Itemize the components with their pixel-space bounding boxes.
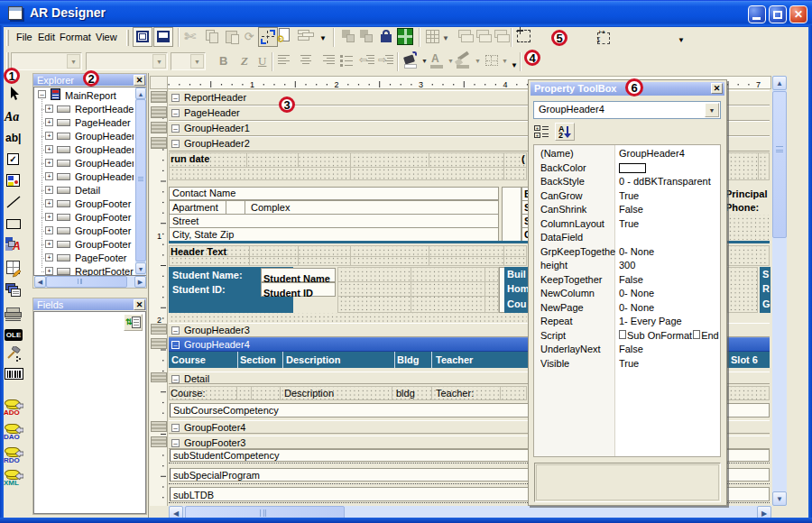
svg-text:1: 1 (157, 232, 161, 241)
svg-text:7: 7 (756, 80, 761, 89)
svg-text:3: 3 (419, 80, 423, 89)
svg-text:4: 4 (503, 80, 507, 89)
svg-text:1: 1 (250, 80, 254, 89)
svg-text:2: 2 (334, 80, 338, 89)
